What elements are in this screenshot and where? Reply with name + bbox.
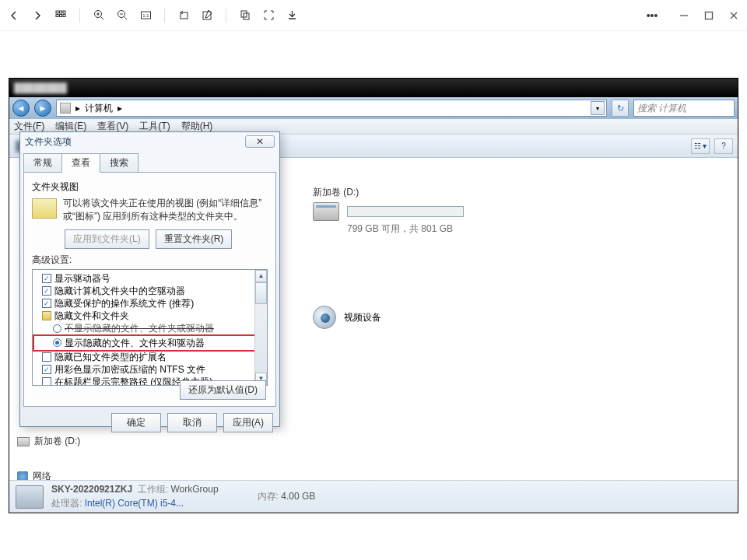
drive-icon: [17, 437, 30, 446]
rotate-icon[interactable]: [177, 9, 190, 22]
fit-icon[interactable]: 1:1: [139, 9, 152, 22]
checkbox-icon[interactable]: [42, 286, 51, 296]
nav-forward-button[interactable]: ►: [34, 100, 51, 117]
restore-defaults-button[interactable]: 还原为默认值(D): [180, 380, 266, 400]
computer-icon: [60, 103, 71, 114]
advanced-settings-box: 显示驱动器号 隐藏计算机文件夹中的空驱动器 隐藏受保护的操作系统文件 (推荐) …: [32, 269, 268, 386]
svg-rect-3: [56, 14, 58, 16]
apply-button[interactable]: 应用(A): [223, 413, 273, 432]
device-label: 视频设备: [344, 311, 381, 324]
checkbox-icon[interactable]: [42, 274, 51, 283]
computer-large-icon: [16, 485, 44, 509]
adv-item[interactable]: 隐藏已知文件类型的扩展名: [34, 351, 265, 363]
search-input[interactable]: 搜索 计算机: [633, 100, 735, 117]
radio-icon[interactable]: [53, 324, 61, 333]
help-button[interactable]: ?: [714, 138, 733, 154]
folder-icon: [42, 311, 51, 320]
nav-row: ◄ ► ▸ 计算机 ▸ ▾ ↻ 搜索 计算机: [9, 97, 738, 119]
adv-item[interactable]: 隐藏计算机文件夹中的空驱动器: [34, 285, 265, 297]
svg-rect-5: [63, 14, 65, 16]
scrollbar[interactable]: ▲ ▼: [254, 270, 267, 385]
checkbox-icon[interactable]: [42, 377, 51, 385]
breadcrumb-sep: ▸: [75, 103, 80, 114]
computer-name: SKY-20220921ZKJ: [51, 484, 132, 495]
more-icon[interactable]: •••: [646, 9, 658, 22]
dialog-tabs: 常规 查看 搜索: [20, 152, 279, 172]
ok-button[interactable]: 确定: [111, 413, 161, 432]
tab-view[interactable]: 查看: [61, 153, 100, 173]
minimize-icon[interactable]: [679, 10, 689, 21]
adv-radio-show-hidden[interactable]: 显示隐藏的文件、文件夹和驱动器: [33, 334, 267, 352]
window-titlebar: ████████: [9, 79, 738, 97]
svg-rect-4: [60, 14, 62, 16]
dialog-title: 文件夹选项: [25, 135, 72, 149]
scroll-up-icon[interactable]: ▲: [255, 270, 267, 282]
drive-capacity-text: 799 GB 可用，共 801 GB: [347, 222, 484, 236]
adv-radio-dont-show[interactable]: 不显示隐藏的文件、文件夹或驱动器: [34, 322, 265, 334]
close-icon[interactable]: [728, 10, 739, 21]
tab-search[interactable]: 搜索: [100, 153, 139, 173]
svg-rect-20: [706, 12, 713, 19]
zoom-out-icon[interactable]: [116, 9, 128, 22]
reset-folders-button[interactable]: 重置文件夹(R): [156, 229, 233, 249]
folder-view-heading: 文件夹视图: [32, 180, 268, 194]
folder-view-icon: [32, 198, 57, 219]
tab-general[interactable]: 常规: [23, 153, 62, 173]
capacity-bar: [347, 206, 464, 217]
svg-rect-1: [60, 11, 62, 13]
adv-folder[interactable]: 隐藏文件和文件夹: [34, 310, 265, 322]
back-icon[interactable]: [8, 9, 20, 22]
viewer-toolbar: 1:1 •••: [0, 0, 747, 31]
svg-rect-0: [56, 11, 58, 13]
checkbox-icon[interactable]: [42, 299, 51, 308]
tab-page-view: 文件夹视图 可以将该文件夹正在使用的视图 (例如“详细信息”或“图标”) 应用到…: [23, 172, 276, 407]
sidebar: 新加卷 (D:) 网络: [17, 433, 103, 480]
copy-icon[interactable]: [239, 9, 251, 22]
address-dropdown-icon[interactable]: ▾: [591, 101, 605, 115]
refresh-button[interactable]: ↻: [612, 100, 629, 117]
sidebar-item-newvol[interactable]: 新加卷 (D:): [17, 433, 103, 450]
download-icon[interactable]: [286, 9, 298, 22]
edit-icon[interactable]: [201, 9, 213, 22]
svg-text:1:1: 1:1: [142, 13, 149, 18]
maximize-icon[interactable]: [703, 10, 714, 21]
breadcrumb-item[interactable]: 计算机: [85, 102, 113, 115]
folder-options-dialog: 文件夹选项 ✕ 常规 查看 搜索 文件夹视图 可以将该文件夹正在使用的视图 (例…: [19, 131, 280, 427]
radio-icon[interactable]: [53, 338, 61, 347]
details-pane: SKY-20220921ZKJ 工作组: WorkGroup 处理器: Inte…: [9, 480, 738, 513]
scroll-thumb[interactable]: [255, 282, 267, 304]
dialog-close-button[interactable]: ✕: [245, 135, 275, 148]
hdd-icon: [313, 202, 339, 221]
advanced-settings-label: 高级设置:: [32, 254, 268, 267]
forward-icon[interactable]: [31, 9, 44, 22]
grid-icon[interactable]: [54, 9, 67, 22]
checkbox-icon[interactable]: [42, 365, 51, 374]
view-mode-button[interactable]: ☷ ▾: [691, 138, 710, 154]
folder-view-desc: 可以将该文件夹正在使用的视图 (例如“详细信息”或“图标”) 应用到所有这种类型…: [63, 197, 268, 223]
adv-item[interactable]: 用彩色显示加密或压缩的 NTFS 文件: [34, 363, 265, 376]
device-item[interactable]: 视频设备: [313, 306, 381, 329]
fullscreen-icon[interactable]: [262, 9, 275, 22]
drive-label: 新加卷 (D:): [313, 186, 484, 199]
cancel-button[interactable]: 取消: [167, 413, 217, 432]
svg-rect-2: [63, 11, 65, 13]
nav-back-button[interactable]: ◄: [12, 100, 30, 117]
svg-line-7: [100, 17, 103, 20]
svg-line-11: [124, 17, 127, 20]
zoom-in-icon[interactable]: [93, 9, 105, 22]
adv-item[interactable]: 显示驱动器号: [34, 272, 265, 285]
drive-item[interactable]: 新加卷 (D:) 799 GB 可用，共 801 GB: [313, 186, 484, 236]
camera-icon: [313, 306, 336, 329]
adv-item[interactable]: 隐藏受保护的操作系统文件 (推荐): [34, 297, 265, 310]
checkbox-icon[interactable]: [42, 352, 51, 362]
breadcrumb-sep: ▸: [117, 103, 122, 114]
address-bar[interactable]: ▸ 计算机 ▸ ▾: [56, 100, 607, 117]
apply-to-folders-button[interactable]: 应用到文件夹(L): [65, 229, 149, 249]
